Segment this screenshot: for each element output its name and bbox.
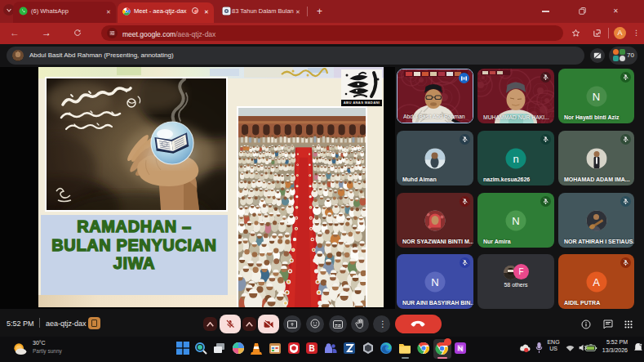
- svg-text:B: B: [309, 344, 315, 353]
